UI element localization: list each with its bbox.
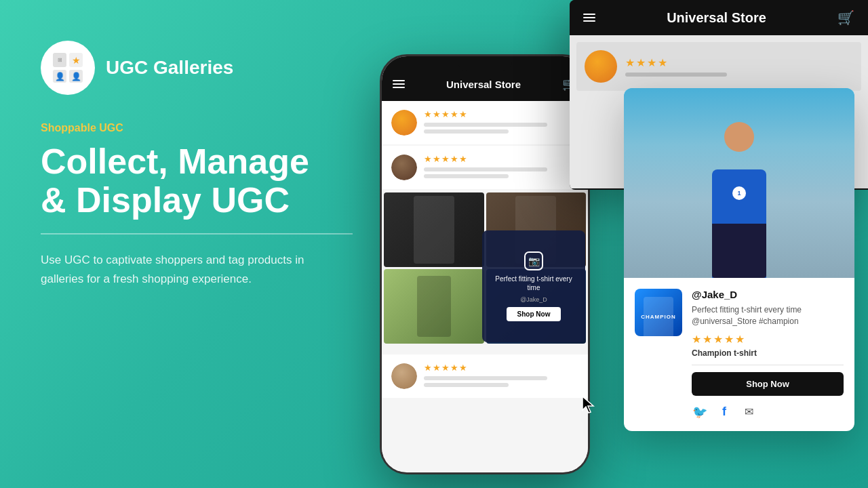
phone-header-title: Universal Store — [446, 79, 521, 90]
phone-container: Universal Store 🛒 ★★★★★ — [380, 54, 590, 474]
shop-now-button-card[interactable]: Shop Now — [692, 372, 844, 396]
avatar-3 — [391, 363, 417, 389]
logo-area: ⊞ ★ 👤 👤 UGC Galleries — [41, 41, 353, 95]
product-card: 1 CHAMPION @Jake_D Perfect fitting t-shi… — [624, 88, 854, 431]
product-description: Perfect fitting t-shirt every time @univ… — [692, 304, 844, 327]
description-text: Use UGC to captivate shoppers and tag pr… — [41, 251, 312, 287]
desktop-avatar — [585, 50, 617, 83]
photo-cell-3[interactable] — [384, 269, 484, 344]
review-row-3: ★★★★★ — [382, 354, 588, 398]
desktop-review-content: ★★★★ — [625, 56, 727, 77]
heading-line2: & Display UGC — [41, 180, 290, 220]
main-heading: Collect, Manage & Display UGC — [41, 142, 353, 220]
brand-title: UGC Galleries — [106, 57, 233, 79]
desktop-header-title: Universal Store — [667, 10, 766, 26]
instagram-overlay: 📷 Perfect fitting t-shirt every time @Ja… — [482, 230, 585, 342]
product-image: 1 — [624, 88, 854, 278]
twitter-icon[interactable]: 🐦 — [692, 404, 708, 420]
photo-cell-1[interactable] — [384, 192, 484, 267]
logo-cell-grid: ⊞ — [53, 53, 66, 67]
left-section: ⊞ ★ 👤 👤 UGC Galleries Shoppable UGC Coll… — [41, 41, 353, 288]
product-thumbnail: CHAMPION — [635, 289, 682, 336]
shoppable-label: Shoppable UGC — [41, 122, 353, 134]
product-username: @Jake_D — [692, 289, 844, 300]
instagram-text: Perfect fitting t-shirt every time — [490, 274, 577, 292]
product-stars: ★★★★★ — [692, 333, 844, 346]
logo-cell-person1: 👤 — [53, 70, 66, 83]
review-content-2: ★★★★★ — [424, 154, 578, 181]
phone-screen: Universal Store 🛒 ★★★★★ — [382, 56, 588, 472]
review-lines-1 — [424, 123, 578, 134]
email-icon[interactable]: ✉ — [741, 404, 757, 420]
desktop-review-row: ★★★★ — [576, 42, 861, 91]
logo-cell-star: ★ — [69, 53, 83, 67]
facebook-icon[interactable]: f — [716, 404, 732, 420]
phone-frame: Universal Store 🛒 ★★★★★ — [380, 54, 590, 474]
review-lines-3 — [424, 376, 578, 387]
instagram-username: @Jake_D — [520, 296, 547, 303]
stars-2: ★★★★★ — [424, 154, 578, 164]
desktop-stars: ★★★★ — [625, 56, 727, 69]
product-name: Champion t-shirt — [692, 348, 844, 358]
avatar-2 — [391, 155, 417, 180]
review-content-1: ★★★★★ — [424, 109, 578, 136]
desktop-menu-icon[interactable] — [583, 14, 595, 22]
phone-content: ★★★★★ ★★★★★ — [382, 101, 588, 471]
desktop-header: Universal Store 🛒 — [570, 0, 868, 35]
cursor — [580, 395, 596, 417]
divider-line — [41, 233, 353, 235]
avatar-1 — [391, 110, 417, 136]
review-lines-2 — [424, 167, 578, 178]
review-row-1: ★★★★★ — [382, 101, 588, 144]
stars-1: ★★★★★ — [424, 109, 578, 119]
desktop-cart-icon[interactable]: 🛒 — [837, 9, 854, 26]
social-icons: 🐦 f ✉ — [692, 404, 844, 420]
heading-line1: Collect, Manage — [41, 142, 309, 181]
product-person-figure: 1 — [695, 108, 783, 278]
review-row-2: ★★★★★ — [382, 146, 588, 189]
phone-menu-icon[interactable] — [393, 80, 405, 88]
logo-grid: ⊞ ★ 👤 👤 — [53, 53, 83, 83]
product-info: @Jake_D Perfect fitting t-shirt every ti… — [692, 289, 844, 420]
logo-cell-person2: 👤 — [69, 70, 83, 83]
logo-icon-container: ⊞ ★ 👤 👤 — [41, 41, 95, 95]
review-content-3: ★★★★★ — [424, 363, 578, 390]
instagram-icon: 📷 — [524, 251, 543, 270]
phone-notch — [458, 56, 512, 71]
stars-3: ★★★★★ — [424, 363, 578, 373]
product-divider — [692, 365, 844, 365]
product-details: CHAMPION @Jake_D Perfect fitting t-shirt… — [624, 278, 854, 431]
shop-now-button-overlay[interactable]: Shop Now — [507, 307, 561, 321]
